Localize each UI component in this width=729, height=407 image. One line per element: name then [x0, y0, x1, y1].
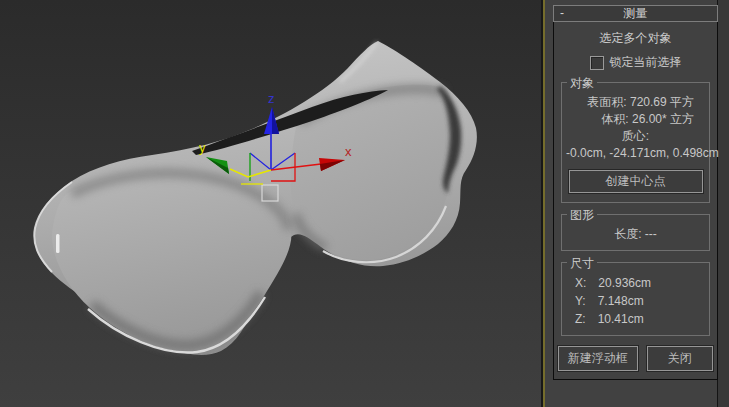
measure-rollout: - 测量 选定多个对象 锁定当前选择 对象 表面积: 720.69 平方 [553, 5, 718, 380]
gizmo-x-label: x [345, 144, 352, 159]
dimension-x-value: 20.936cm [598, 274, 651, 292]
dimension-row-y: Y: 7.148cm [566, 292, 705, 310]
surface-area-line: 表面积: 720.69 平方 [566, 94, 705, 111]
shapes-group: 图形 长度: --- [561, 214, 710, 251]
panel-resize-splitter[interactable] [543, 0, 545, 407]
application-window: z x y - 测量 选定多个对象 [0, 0, 729, 407]
left-lens-highlight-tick [56, 234, 60, 253]
lock-selection-checkbox[interactable] [590, 56, 604, 70]
lock-selection-row: 锁定当前选择 [557, 54, 714, 71]
close-button[interactable]: 关闭 [647, 346, 713, 371]
dimension-row-z: Z: 10.41cm [566, 310, 705, 328]
centroid-label: 质心: [566, 128, 705, 145]
dimensions-group: 尺寸 X: 20.936cm Y: 7.148cm Z: 10.41cm [561, 262, 710, 336]
rollout-collapse-icon[interactable]: - [560, 6, 564, 21]
centroid-value: -0.0cm, -24.171cm, 0.498cm [566, 145, 705, 162]
create-center-point-button[interactable]: 创建中心点 [569, 170, 703, 193]
length-value: --- [645, 227, 657, 241]
panel-scroll-strip[interactable] [717, 0, 729, 407]
rollout-bottom-buttons: 新建浮动框 关闭 [558, 346, 713, 371]
volume-value: 26.00* 立方 [632, 112, 694, 126]
measure-rollout-header[interactable]: - 测量 [553, 5, 718, 22]
lock-selection-label: 锁定当前选择 [610, 54, 682, 71]
dimension-y-value: 7.148cm [598, 292, 644, 310]
gizmo-z-label: z [268, 91, 275, 106]
length-label: 长度: [614, 227, 641, 241]
measure-rollout-body: 选定多个对象 锁定当前选择 对象 表面积: 720.69 平方 体积: 26.0… [553, 22, 718, 380]
rollout-title: 测量 [624, 6, 648, 20]
goggles-model-render: z x y [0, 0, 541, 407]
surface-area-label: 表面积: [587, 95, 626, 109]
volume-line: 体积: 26.00* 立方 [566, 111, 705, 128]
dimension-y-axis: Y: [575, 292, 586, 310]
gizmo-y-label: y [199, 140, 206, 155]
shapes-group-legend: 图形 [567, 207, 597, 224]
length-line: 长度: --- [566, 226, 705, 243]
dimensions-group-legend: 尺寸 [567, 255, 597, 272]
command-panel: - 测量 选定多个对象 锁定当前选择 对象 表面积: 720.69 平方 [541, 0, 729, 407]
dimension-row-x: X: 20.936cm [566, 274, 705, 292]
object-group-legend: 对象 [567, 75, 597, 92]
dimension-x-axis: X: [575, 274, 586, 292]
viewport-3d[interactable]: z x y [0, 0, 541, 407]
selection-status-text: 选定多个对象 [557, 30, 714, 47]
object-group: 对象 表面积: 720.69 平方 体积: 26.00* 立方 质心: -0.0… [561, 82, 710, 203]
dimension-z-axis: Z: [575, 310, 586, 328]
new-floater-button[interactable]: 新建浮动框 [558, 346, 638, 371]
dimension-z-value: 10.41cm [598, 310, 644, 328]
surface-area-value: 720.69 平方 [630, 95, 694, 109]
volume-label: 体积: [601, 112, 628, 126]
